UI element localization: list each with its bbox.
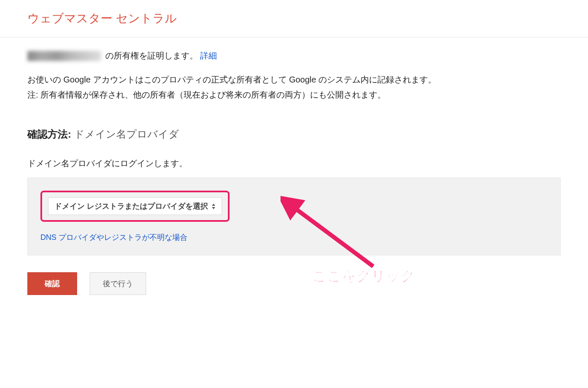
provider-box: ドメイン レジストラまたはプロバイダを選択 DNS プロバイダやレジストラが不明… <box>27 178 561 255</box>
unknown-provider-link[interactable]: DNS プロバイダやレジストラが不明な場合 <box>40 232 548 242</box>
ownership-line: の所有権を証明します。 詳細 <box>27 50 561 61</box>
info-text: お使いの Google アカウントはこのプロパティの正式な所有者として Goog… <box>27 72 561 102</box>
verification-method-label: 確認方法: <box>27 128 71 140</box>
later-button[interactable]: 後で行う <box>90 272 146 295</box>
select-updown-icon <box>211 204 216 209</box>
main-content: の所有権を証明します。 詳細 お使いの Google アカウントはこのプロパティ… <box>0 37 588 308</box>
confirm-button[interactable]: 確認 <box>27 272 77 295</box>
highlight-box: ドメイン レジストラまたはプロバイダを選択 <box>40 191 230 222</box>
info-line-1: お使いの Google アカウントはこのプロパティの正式な所有者として Goog… <box>27 72 561 87</box>
verification-method: 確認方法: ドメイン名プロバイダ <box>27 128 561 141</box>
login-instruction: ドメイン名プロバイダにログインします。 <box>27 158 561 169</box>
verification-method-value: ドメイン名プロバイダ <box>74 128 179 140</box>
provider-select-label: ドメイン レジストラまたはプロバイダを選択 <box>54 201 208 211</box>
ownership-text: の所有権を証明します。 <box>105 50 198 61</box>
info-line-2: 注: 所有者情報が保存され、他の所有者（現在および将来の所有者の両方）にも公開さ… <box>27 87 561 102</box>
provider-select[interactable]: ドメイン レジストラまたはプロバイダを選択 <box>48 197 222 215</box>
page-title: ウェブマスター セントラル <box>27 11 561 27</box>
button-row: 確認 後で行う <box>27 272 561 295</box>
header: ウェブマスター セントラル <box>0 0 588 37</box>
detail-link[interactable]: 詳細 <box>200 50 217 61</box>
domain-name-blurred <box>27 51 101 61</box>
